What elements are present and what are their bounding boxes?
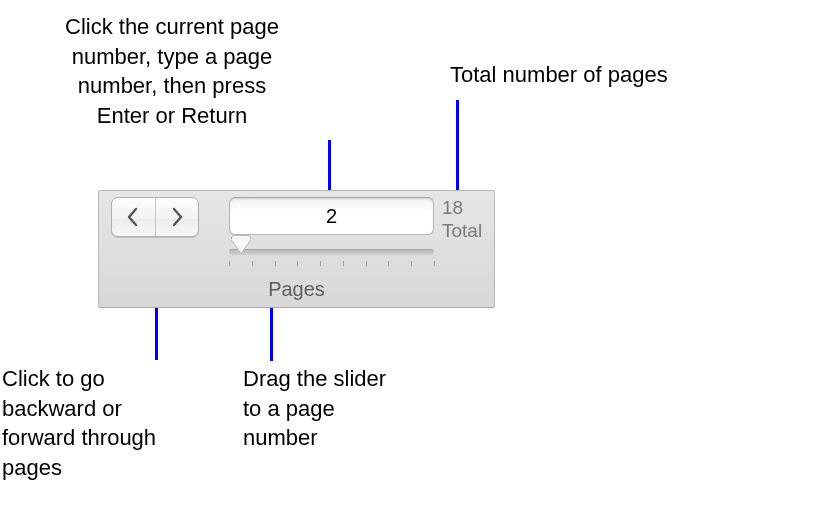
- callout-page-input: Click the current page number, type a pa…: [22, 12, 322, 131]
- prev-page-button[interactable]: [112, 198, 156, 236]
- page-nav-segmented-control: [111, 197, 199, 237]
- callout-slider: Drag the slider to a page number: [243, 364, 443, 453]
- chevron-left-icon: [112, 207, 155, 227]
- pages-navigator-panel: 18 Total Pages: [98, 190, 495, 308]
- page-slider-ticks: [229, 261, 434, 267]
- callout-nav-buttons: Click to go backward or forward through …: [2, 364, 212, 483]
- panel-title: Pages: [99, 278, 494, 301]
- page-slider-track[interactable]: [229, 249, 434, 255]
- total-pages-readout: 18 Total: [442, 197, 497, 243]
- chevron-right-icon: [156, 207, 199, 227]
- annotated-diagram: Click the current page number, type a pa…: [0, 0, 824, 506]
- page-slider-thumb[interactable]: [231, 239, 251, 261]
- current-page-input[interactable]: [229, 197, 434, 235]
- total-pages-number: 18: [442, 197, 497, 220]
- callout-total-pages: Total number of pages: [450, 60, 740, 90]
- total-pages-label: Total: [442, 220, 497, 243]
- leader-line: [456, 100, 459, 202]
- next-page-button[interactable]: [156, 198, 199, 236]
